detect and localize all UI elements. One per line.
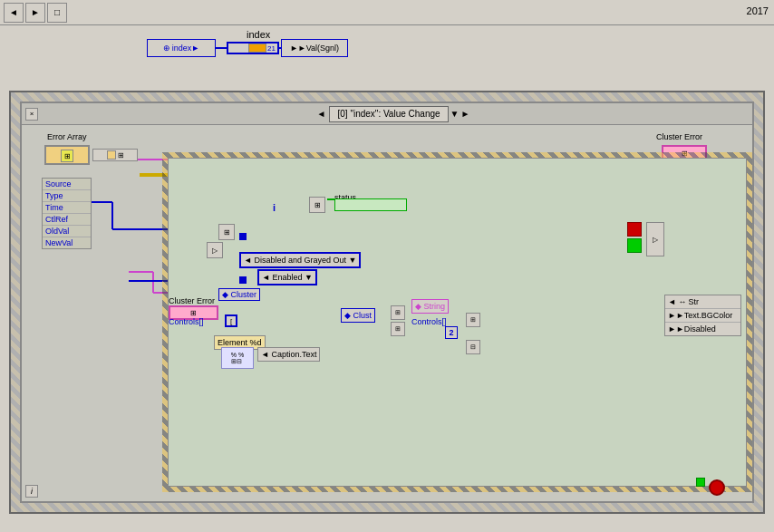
connector-dot-top xyxy=(279,47,281,49)
main-toolbar: ◄ ► □ 2017 xyxy=(0,0,774,25)
func-block-mid1: ⊞ xyxy=(391,305,405,320)
time-row: Time xyxy=(43,202,91,214)
top-block-area: index 21 ⊕ index ► ►►Val(Sgnl) xyxy=(145,29,381,79)
connector-h1 xyxy=(216,47,227,49)
controls-bracket-right: Controls[] xyxy=(411,317,447,326)
diagram-close-btn[interactable]: × xyxy=(25,108,38,121)
cluster-error-top-label: Cluster Error xyxy=(656,132,702,141)
index-value-display: 21 xyxy=(227,42,279,54)
val-sgnl-block[interactable]: ►►Val(Sgnl) xyxy=(281,39,348,57)
controls-arr-label: Controls[] xyxy=(169,317,204,326)
enabled-enum[interactable]: ◄ Enabled ▼ xyxy=(257,269,317,285)
stop-button[interactable] xyxy=(709,479,725,496)
disabled-grayed-enum[interactable]: ◄ Disabled and Grayed Out ▼ xyxy=(239,252,361,268)
func-block-1: ⊞ xyxy=(218,224,235,240)
func-block-r1: ⊞ xyxy=(466,313,480,327)
str-row: ◄ ↔ Str xyxy=(665,295,740,309)
blue-square-1 xyxy=(239,233,247,240)
diagram-toolbar: × ◄ [0] "index": Value Change ▼ ► xyxy=(22,103,752,125)
func-block-2: ▷ xyxy=(207,242,223,258)
disabled-row: ►►Disabled xyxy=(665,323,740,335)
i-label: i xyxy=(273,202,276,213)
cluster-block[interactable]: ◆ Cluster xyxy=(218,288,260,301)
index-arrow-block[interactable]: ⊕ index ► xyxy=(147,39,216,57)
error-array-label: Error Array xyxy=(47,132,87,141)
oldval-row: OldVal xyxy=(43,226,91,237)
info-button[interactable]: i xyxy=(25,485,38,498)
year-label: 2017 xyxy=(747,5,769,16)
caption-text-block[interactable]: ◄ Caption.Text xyxy=(257,347,320,362)
newval-row: NewVal xyxy=(43,237,91,248)
array-output-block: ⊞ xyxy=(92,149,138,161)
toolbar-btn-1[interactable]: ◄ xyxy=(4,3,24,23)
toolbar-btn-3[interactable]: □ xyxy=(47,3,67,23)
event-bar[interactable]: [0] "index": Value Change xyxy=(329,106,448,122)
controls-block: [ xyxy=(225,314,237,327)
source-row: Source xyxy=(43,179,91,190)
index-label-top: index xyxy=(247,29,270,40)
error-array-block[interactable]: ⊞ xyxy=(44,145,90,165)
bool-green-block xyxy=(627,238,642,253)
two-label: 2 xyxy=(445,326,458,339)
status-func-block: ⊞ xyxy=(309,197,325,213)
diagram-panel: × ◄ [0] "index": Value Change ▼ ► xyxy=(9,91,765,514)
func-block-r2: ⊟ xyxy=(466,340,480,354)
left-panel: Source Type Time CtlRef OldVal NewVal xyxy=(42,178,92,249)
selector-block: ▷ xyxy=(646,222,664,256)
bool-red-block xyxy=(627,222,642,237)
green-dot xyxy=(696,478,705,487)
blue-square-2 xyxy=(239,276,247,284)
cluster-error-left-label: Cluster Error xyxy=(169,296,215,305)
clust-block[interactable]: ◆ Clust xyxy=(341,308,375,323)
status-output-wire xyxy=(334,198,407,211)
ctlref-row: CtlRef xyxy=(43,214,91,226)
format-block: % %⊞⊟ xyxy=(221,347,254,369)
toolbar-btn-2[interactable]: ► xyxy=(25,3,45,23)
type-row: Type xyxy=(43,190,91,202)
func-block-mid2: ⊞ xyxy=(391,322,405,336)
diagram-canvas: Error Array ⊞ ⊞ Cluster Error ⊞ index N xyxy=(22,125,752,501)
string-block[interactable]: ◆ String xyxy=(411,299,449,314)
wire-to-status xyxy=(327,198,334,200)
right-output-panel: ◄ ↔ Str ►►Text.BGColor ►►Disabled xyxy=(664,295,741,336)
text-bgcolor-row: ►►Text.BGColor xyxy=(665,309,740,323)
